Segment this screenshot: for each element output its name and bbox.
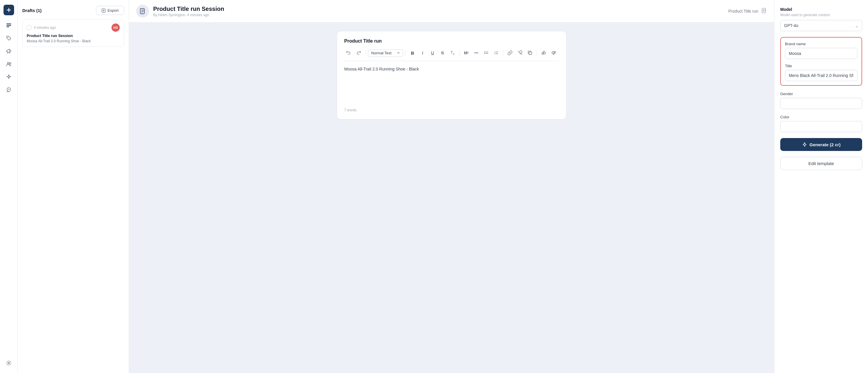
svg-point-30 <box>484 53 485 54</box>
session-icon <box>136 5 149 18</box>
underline-button[interactable]: U <box>428 49 437 57</box>
team-icon[interactable] <box>3 59 14 69</box>
template-label: Product Title run <box>728 9 758 13</box>
horizontal-rule-button[interactable] <box>472 49 480 57</box>
draft-description: Moosa All-Trail 2.0 Running Shoe - Black <box>27 39 120 43</box>
svg-point-28 <box>484 52 485 53</box>
editor-card-title: Product Title run <box>344 38 559 44</box>
draft-avatar: HS <box>112 24 120 32</box>
editor-area: Product Title run Normal Text B I U <box>129 23 774 373</box>
svg-point-9 <box>8 363 9 364</box>
title-group: Title <box>785 64 858 81</box>
thumbs-up-button[interactable] <box>539 49 548 57</box>
edit-template-button[interactable]: Edit template <box>780 157 862 170</box>
model-select[interactable]: GPT-4oGPT-3.5ClaudeGemini <box>780 20 862 31</box>
title-label: Title <box>785 64 858 68</box>
redo-button[interactable] <box>354 49 363 57</box>
svg-rect-37 <box>529 52 532 55</box>
sparkle-icon[interactable] <box>3 71 14 82</box>
generate-button[interactable]: Generate (2 cr) <box>780 138 862 151</box>
svg-point-8 <box>8 89 9 90</box>
svg-point-26 <box>476 53 477 53</box>
word-count: 7 words <box>344 108 559 112</box>
megaphone-icon[interactable] <box>3 46 14 56</box>
session-title: Product Title run Session <box>153 6 224 12</box>
clear-format-button[interactable]: Tx <box>448 49 457 57</box>
right-panel: Model Model used to generate content GPT… <box>774 0 868 373</box>
highlighted-fields-group: Brand name Title <box>780 37 862 86</box>
bold-button[interactable]: B <box>408 49 417 57</box>
italic-button[interactable]: I <box>418 49 427 57</box>
model-section: Model Model used to generate content GPT… <box>780 7 862 31</box>
editor-card: Product Title run Normal Text B I U <box>337 31 566 119</box>
gender-group: Gender <box>780 92 862 109</box>
thumbs-down-button[interactable] <box>549 49 558 57</box>
svg-point-6 <box>7 62 9 64</box>
editor-content[interactable]: Moosa All-Trail 2.0 Running Shoe - Black <box>344 66 559 101</box>
tag-icon[interactable] <box>3 33 14 44</box>
undo-button[interactable] <box>344 49 353 57</box>
toolbar-divider-1 <box>365 50 366 56</box>
draft-time: 4 minutes ago <box>34 26 56 30</box>
svg-rect-19 <box>464 51 465 54</box>
strikethrough-button[interactable]: S <box>438 49 447 57</box>
svg-rect-39 <box>554 51 556 53</box>
template-doc-icon[interactable] <box>761 8 767 15</box>
toolbar-divider-4 <box>503 50 503 56</box>
svg-rect-38 <box>542 53 543 54</box>
model-select-wrapper: GPT-4oGPT-3.5ClaudeGemini <box>780 20 862 31</box>
gender-label: Gender <box>780 92 862 96</box>
model-subtitle: Model used to generate content <box>780 13 862 17</box>
svg-rect-3 <box>6 25 11 26</box>
gender-input[interactable] <box>780 98 862 109</box>
main-content: Product Title run Session By Helen Symin… <box>129 0 774 373</box>
svg-point-27 <box>477 53 478 53</box>
draft-name: Product Title run Session <box>27 33 120 38</box>
icon-sidebar <box>0 0 18 373</box>
title-input[interactable] <box>785 70 858 81</box>
session-subtitle: By Helen Symington, 4 minutes ago <box>153 13 224 17</box>
svg-rect-2 <box>6 24 11 24</box>
draft-checkbox[interactable] <box>27 25 31 30</box>
unlink-button[interactable] <box>516 49 524 57</box>
svg-rect-20 <box>466 51 467 54</box>
numbered-list-button[interactable]: 1.2. <box>492 49 501 57</box>
toolbar-divider-3 <box>459 50 460 56</box>
format-select[interactable]: Normal Text <box>368 49 403 57</box>
model-title: Model <box>780 7 862 12</box>
draft-card[interactable]: 4 minutes ago HS Product Title run Sessi… <box>22 20 124 47</box>
copy-button[interactable] <box>526 49 534 57</box>
drafts-title: Drafts (1) <box>22 8 42 13</box>
toolbar-divider-5 <box>537 50 537 56</box>
color-input[interactable] <box>780 121 862 132</box>
color-group: Color <box>780 115 862 132</box>
add-button[interactable] <box>3 5 14 15</box>
bullet-list-button[interactable] <box>482 49 491 57</box>
svg-point-7 <box>9 62 10 64</box>
settings-icon[interactable] <box>3 358 14 368</box>
brand-name-input[interactable] <box>785 48 858 59</box>
blockquote-button[interactable] <box>462 49 471 57</box>
svg-line-36 <box>518 51 522 55</box>
svg-point-25 <box>475 53 476 53</box>
svg-point-5 <box>7 37 8 37</box>
drafts-header: Drafts (1) Export <box>22 6 124 15</box>
link-button[interactable] <box>505 49 515 57</box>
brand-name-group: Brand name <box>785 42 858 59</box>
drafts-icon[interactable] <box>3 20 14 31</box>
brand-name-label: Brand name <box>785 42 858 46</box>
main-header: Product Title run Session By Helen Symin… <box>129 0 774 23</box>
rocket-icon[interactable] <box>3 85 14 95</box>
color-label: Color <box>780 115 862 119</box>
svg-rect-4 <box>6 26 9 27</box>
export-button[interactable]: Export <box>96 6 124 15</box>
drafts-panel: Drafts (1) Export 4 minutes ago HS Produ… <box>18 0 129 373</box>
editor-toolbar: Normal Text B I U S Tx <box>344 49 559 61</box>
